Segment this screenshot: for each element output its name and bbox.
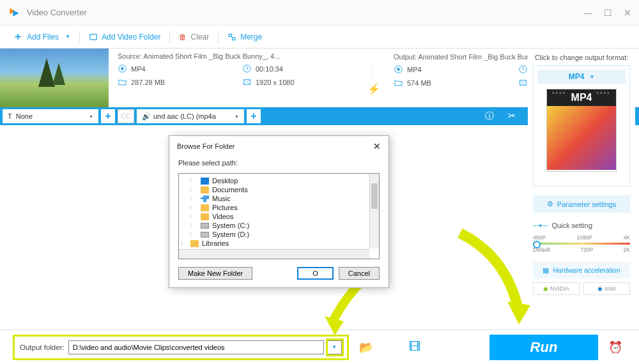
add-subtitle-button[interactable]: + bbox=[101, 109, 115, 123]
quality-slider[interactable]: 480P1080P4K Default720P2K bbox=[533, 234, 630, 253]
source-title: Source: Animated Short Film _Big Buck Bu… bbox=[118, 52, 354, 60]
film-icon[interactable]: 🎞 bbox=[409, 340, 420, 354]
source-panel: Source: Animated Short Film _Big Buck Bu… bbox=[109, 49, 363, 107]
quick-setting-label: Quick setting bbox=[533, 222, 630, 229]
app-logo-icon bbox=[8, 6, 20, 19]
dialog-prompt: Please select path: bbox=[178, 159, 380, 167]
svg-rect-1 bbox=[229, 34, 231, 36]
output-folder-group: Output folder: ▼ bbox=[13, 335, 349, 360]
alarm-icon[interactable]: ⏰ bbox=[608, 340, 622, 354]
lightning-icon: ⚡ bbox=[367, 83, 380, 95]
conversion-arrow: 〉〉 ⚡ bbox=[363, 49, 385, 107]
titlebar: Video Converter — ☐ ✕ bbox=[0, 0, 639, 26]
tree-item: 〉Documents bbox=[181, 185, 376, 194]
add-audio-button[interactable]: + bbox=[247, 109, 261, 123]
svg-rect-2 bbox=[233, 37, 235, 40]
tree-item: 〉System (C:) bbox=[181, 221, 376, 230]
output-folder-dropdown[interactable]: ▼ bbox=[328, 340, 342, 354]
dialog-ok-button[interactable]: O bbox=[297, 267, 334, 280]
info-icon[interactable]: ⓘ bbox=[485, 110, 494, 122]
add-folder-button[interactable]: Add Video Folder bbox=[82, 30, 167, 44]
folder-tree[interactable]: 〉Desktop 〉Documents 〉Music 〉Pictures 〉Vi… bbox=[178, 173, 380, 259]
cc-button[interactable]: CC bbox=[118, 109, 134, 123]
tree-item: 〉Music bbox=[181, 194, 376, 203]
close-button[interactable]: ✕ bbox=[624, 8, 631, 18]
folder-icon bbox=[118, 77, 127, 87]
format-sidebar: Click to change output format: MP4 MP4 ⚙… bbox=[528, 49, 635, 330]
parameter-settings-button[interactable]: ⚙Parameter settings bbox=[533, 195, 630, 213]
svg-marker-4 bbox=[121, 67, 124, 70]
output-folder-label: Output folder: bbox=[20, 344, 65, 351]
sliders-icon: ⚙ bbox=[547, 200, 553, 208]
video-thumbnail[interactable] bbox=[0, 49, 109, 107]
make-folder-button[interactable]: Make New Folder bbox=[178, 267, 252, 280]
add-files-button[interactable]: ＋Add Files bbox=[6, 27, 77, 46]
tree-item: 〉Pictures bbox=[181, 203, 376, 212]
audio-select[interactable]: 🔊und aac (LC) (mp4a bbox=[137, 109, 244, 123]
open-folder-icon[interactable]: 📂 bbox=[359, 340, 373, 354]
dialog-close-button[interactable]: ✕ bbox=[373, 141, 381, 151]
tree-item: 〉System (D:) bbox=[181, 230, 376, 239]
intel-badge: ◉Intel bbox=[583, 282, 630, 295]
merge-icon bbox=[227, 33, 236, 42]
tree-scrollbar[interactable] bbox=[369, 174, 379, 248]
app-title: Video Converter bbox=[27, 8, 87, 17]
dialog-cancel-button[interactable]: Cancel bbox=[339, 267, 380, 280]
format-selector[interactable]: MP4 MP4 bbox=[533, 65, 630, 186]
format-icon bbox=[118, 64, 127, 73]
browse-folder-dialog: Browse For Folder✕ Please select path: 〉… bbox=[169, 135, 389, 288]
resolution-icon bbox=[242, 77, 252, 87]
output-title: Output: Animated Short Film _Big Buck Bu… bbox=[394, 53, 536, 61]
dialog-title: Browse For Folder bbox=[177, 142, 235, 150]
svg-marker-8 bbox=[397, 68, 400, 71]
cut-icon[interactable]: ✂ bbox=[508, 110, 516, 122]
svg-marker-12 bbox=[507, 301, 530, 324]
chip-icon: ▦ bbox=[543, 266, 549, 274]
clock-icon bbox=[242, 64, 252, 73]
trash-icon: 🗑 bbox=[179, 33, 187, 42]
change-format-label: Click to change output format: bbox=[533, 54, 630, 61]
output-folder-input[interactable] bbox=[68, 340, 324, 354]
subtitle-select[interactable]: TNone bbox=[3, 109, 98, 123]
tree-hscrollbar[interactable] bbox=[179, 249, 369, 259]
bottom-bar: Output folder: ▼ 📂 🎞 Run ⏰ bbox=[0, 330, 639, 364]
run-button[interactable]: Run bbox=[489, 335, 598, 360]
tree-item: 〉Libraries bbox=[181, 239, 376, 248]
format-thumbnail: MP4 bbox=[546, 89, 617, 172]
maximize-button[interactable]: ☐ bbox=[604, 8, 612, 18]
tree-item: 〉Videos bbox=[181, 212, 376, 221]
tree-item: 〉Desktop bbox=[181, 176, 376, 185]
main-toolbar: ＋Add Files Add Video Folder 🗑Clear Merge bbox=[0, 26, 639, 49]
format-label[interactable]: MP4 bbox=[537, 70, 626, 84]
nvidia-badge: ◉NVIDIA bbox=[533, 282, 580, 295]
svg-rect-0 bbox=[90, 34, 97, 39]
hardware-accel-button[interactable]: ▦Hardware acceleration bbox=[533, 262, 630, 278]
merge-button[interactable]: Merge bbox=[221, 30, 268, 44]
clear-button[interactable]: 🗑Clear bbox=[173, 30, 215, 44]
minimize-button[interactable]: — bbox=[583, 8, 592, 18]
speaker-icon: 🔊 bbox=[142, 112, 151, 121]
